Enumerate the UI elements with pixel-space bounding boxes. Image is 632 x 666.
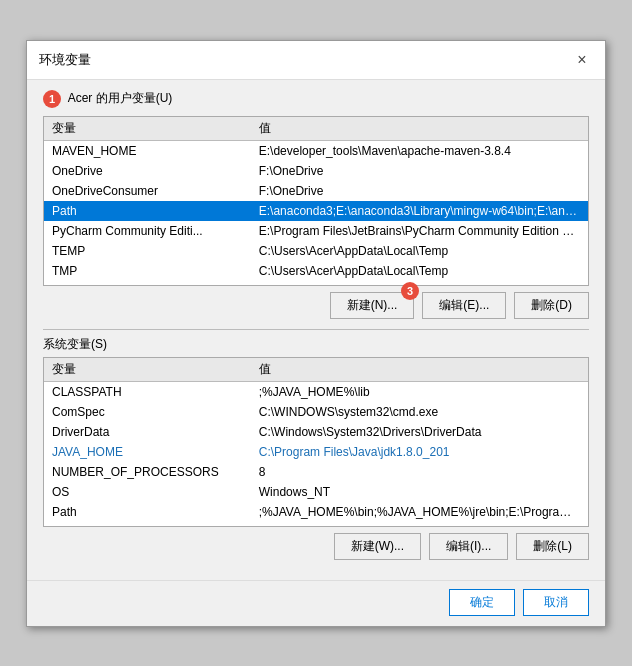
bottom-button-row: 确定 取消: [27, 580, 605, 626]
user-val-cell: C:\Users\Acer\AppData\Local\Temp: [251, 261, 588, 281]
user-val-cell: E:\developer_tools\Maven\apache-maven-3.…: [251, 140, 588, 161]
sys-val-cell: C:\WINDOWS\system32\cmd.exe: [251, 402, 588, 422]
sys-val-cell: ;%JAVA_HOME%\bin;%JAVA_HOME%\jre\bin;E:\…: [251, 502, 588, 522]
sys-var-cell: NUMBER_OF_PROCESSORS: [44, 462, 251, 482]
sys-var-cell: Path: [44, 502, 251, 522]
system-section: 系统变量(S): [43, 336, 589, 353]
user-table-row[interactable]: PyCharm Community Editi...E:\Program Fil…: [44, 221, 588, 241]
sys-table-row[interactable]: JAVA_HOMEC:\Program Files\Java\jdk1.8.0_…: [44, 442, 588, 462]
sys-val-cell: ;%JAVA_HOME%\lib: [251, 381, 588, 402]
user-table-row[interactable]: TEMPC:\Users\Acer\AppData\Local\Temp: [44, 241, 588, 261]
cancel-button[interactable]: 取消: [523, 589, 589, 616]
user-variables-table: 变量 值 MAVEN_HOMEE:\developer_tools\Maven\…: [44, 117, 588, 281]
system-variables-table-container: 变量 值 CLASSPATH;%JAVA_HOME%\libComSpecC:\…: [43, 357, 589, 527]
user-val-cell: C:\Users\Acer\AppData\Local\Temp: [251, 241, 588, 261]
user-table-row[interactable]: MAVEN_HOMEE:\developer_tools\Maven\apach…: [44, 140, 588, 161]
ok-button[interactable]: 确定: [449, 589, 515, 616]
sys-var-cell: OS: [44, 482, 251, 502]
user-table-row[interactable]: OneDriveConsumerF:\OneDrive: [44, 181, 588, 201]
badge-1: 1: [43, 90, 61, 108]
user-val-cell: E:\Program Files\JetBrains\PyCharm Commu…: [251, 221, 588, 241]
user-var-cell: OneDrive: [44, 161, 251, 181]
user-table-row[interactable]: OneDriveF:\OneDrive: [44, 161, 588, 181]
sys-table-row[interactable]: Path;%JAVA_HOME%\bin;%JAVA_HOME%\jre\bin…: [44, 502, 588, 522]
user-section-label: Acer 的用户变量(U): [68, 91, 173, 105]
sys-val-cell: Windows_NT: [251, 482, 588, 502]
user-col-val: 值: [251, 117, 588, 141]
user-section: 1 Acer 的用户变量(U): [43, 90, 589, 112]
sys-table-row[interactable]: DriverDataC:\Windows\System32\Drivers\Dr…: [44, 422, 588, 442]
sys-var-cell: JAVA_HOME: [44, 442, 251, 462]
edit-user-button[interactable]: 编辑(E)...: [422, 292, 506, 319]
sys-var-cell: ComSpec: [44, 402, 251, 422]
dialog-content: 1 Acer 的用户变量(U) 变量 值 MAVEN_HOMEE:\develo…: [27, 80, 605, 580]
delete-user-button[interactable]: 删除(D): [514, 292, 589, 319]
user-val-cell: E:\anaconda3;E:\anaconda3\Library\mingw-…: [251, 201, 588, 221]
title-bar: 环境变量 ×: [27, 41, 605, 80]
user-var-cell: OneDriveConsumer: [44, 181, 251, 201]
user-var-cell: TEMP: [44, 241, 251, 261]
sys-val-cell: 8: [251, 462, 588, 482]
sys-table-row[interactable]: CLASSPATH;%JAVA_HOME%\lib: [44, 381, 588, 402]
sys-btn-row: 新建(W)... 编辑(I)... 删除(L): [43, 533, 589, 560]
system-variables-table: 变量 值 CLASSPATH;%JAVA_HOME%\libComSpecC:\…: [44, 358, 588, 522]
sys-table-row[interactable]: NUMBER_OF_PROCESSORS8: [44, 462, 588, 482]
close-button[interactable]: ×: [571, 49, 593, 71]
user-col-var: 变量: [44, 117, 251, 141]
section-divider: [43, 329, 589, 330]
delete-sys-button[interactable]: 删除(L): [516, 533, 589, 560]
user-var-cell: MAVEN_HOME: [44, 140, 251, 161]
sys-col-val: 值: [251, 358, 588, 382]
sys-val-cell: C:\Program Files\Java\jdk1.8.0_201: [251, 442, 588, 462]
environment-variables-dialog: 环境变量 × 1 Acer 的用户变量(U) 变量 值 MAVEN_HOMEE:…: [26, 40, 606, 627]
user-variables-table-container: 变量 值 MAVEN_HOMEE:\developer_tools\Maven\…: [43, 116, 589, 286]
system-section-label: 系统变量(S): [43, 337, 107, 351]
user-var-cell: PyCharm Community Editi...: [44, 221, 251, 241]
sys-table-row[interactable]: OSWindows_NT: [44, 482, 588, 502]
sys-val-cell: C:\Windows\System32\Drivers\DriverData: [251, 422, 588, 442]
dialog-title: 环境变量: [39, 51, 91, 69]
sys-var-cell: DriverData: [44, 422, 251, 442]
sys-var-cell: CLASSPATH: [44, 381, 251, 402]
new-sys-button[interactable]: 新建(W)...: [334, 533, 421, 560]
user-table-row[interactable]: TMPC:\Users\Acer\AppData\Local\Temp: [44, 261, 588, 281]
user-val-cell: F:\OneDrive: [251, 181, 588, 201]
sys-col-var: 变量: [44, 358, 251, 382]
user-val-cell: F:\OneDrive: [251, 161, 588, 181]
user-var-cell: Path: [44, 201, 251, 221]
user-var-cell: TMP: [44, 261, 251, 281]
user-btn-row: 3 新建(N)... 编辑(E)... 删除(D): [43, 292, 589, 319]
edit-sys-button[interactable]: 编辑(I)...: [429, 533, 508, 560]
badge-3: 3: [401, 282, 419, 300]
user-table-row[interactable]: PathE:\anaconda3;E:\anaconda3\Library\mi…: [44, 201, 588, 221]
sys-table-row[interactable]: ComSpecC:\WINDOWS\system32\cmd.exe: [44, 402, 588, 422]
